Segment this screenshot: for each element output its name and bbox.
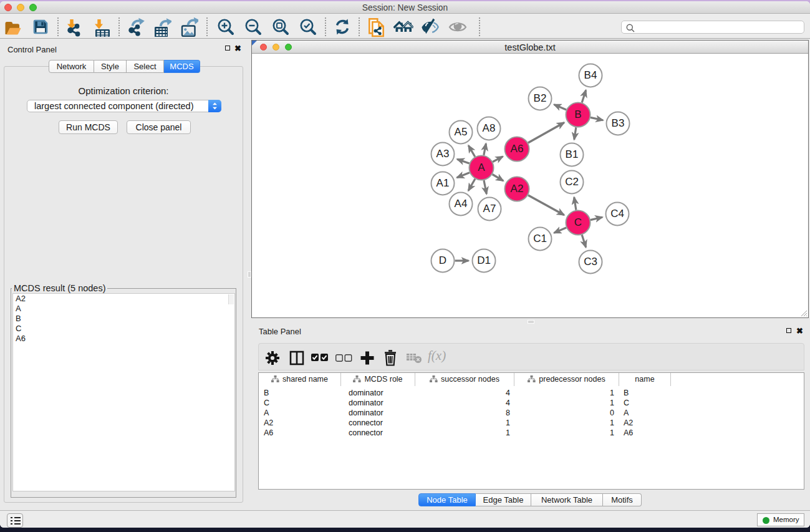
svg-text:B1: B1: [566, 148, 579, 160]
svg-text:B: B: [574, 109, 581, 120]
svg-text:A1: A1: [436, 177, 450, 189]
svg-text:B3: B3: [612, 117, 625, 129]
svg-text:C1: C1: [533, 233, 547, 244]
svg-text:A: A: [478, 162, 485, 173]
svg-text:C: C: [574, 216, 582, 228]
svg-text:A6: A6: [511, 143, 524, 155]
svg-text:D1: D1: [477, 254, 491, 266]
svg-text:A2: A2: [511, 183, 524, 195]
svg-text:A5: A5: [455, 126, 468, 138]
svg-text:A7: A7: [483, 203, 496, 215]
svg-text:C3: C3: [584, 256, 597, 268]
svg-text:B2: B2: [534, 92, 547, 104]
svg-text:A8: A8: [483, 122, 496, 134]
svg-text:C2: C2: [565, 176, 579, 188]
svg-text:B4: B4: [584, 69, 597, 81]
svg-text:D: D: [439, 254, 446, 266]
svg-text:A4: A4: [455, 198, 468, 210]
svg-text:A3: A3: [436, 148, 450, 160]
svg-text:C4: C4: [610, 208, 624, 220]
